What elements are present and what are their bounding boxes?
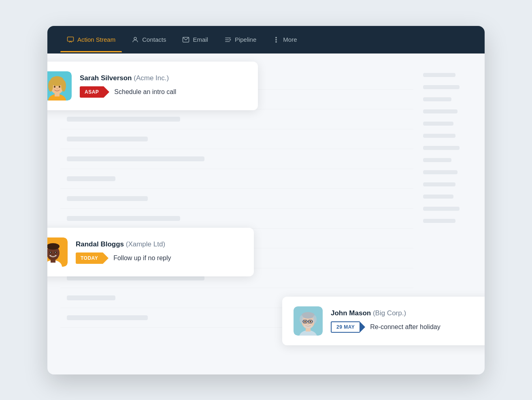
card-john[interactable]: John Mason (Big Corp.) 29 MAY Re-connect… xyxy=(282,297,485,345)
side-bar xyxy=(423,219,455,223)
svg-point-36 xyxy=(302,312,315,319)
skeleton-row xyxy=(60,209,413,229)
skeleton-side-col xyxy=(423,70,472,328)
skeleton-bar xyxy=(67,295,115,300)
skeleton-bar xyxy=(67,315,148,320)
svg-rect-0 xyxy=(68,37,74,41)
side-bar xyxy=(423,73,455,77)
nav-more[interactable]: More xyxy=(266,33,303,47)
svg-point-28 xyxy=(51,252,51,252)
skeleton-bar xyxy=(67,196,148,201)
skeleton-bar xyxy=(67,137,148,141)
nav-contacts[interactable]: Contacts xyxy=(125,33,172,47)
side-bar xyxy=(423,158,451,162)
skeleton-bar xyxy=(67,156,204,161)
nav-bar: Action Stream Contacts Email Pipeline xyxy=(47,26,485,53)
app-window: Action Stream Contacts Email Pipeline xyxy=(47,26,485,374)
randal-badge: TODAY xyxy=(76,252,109,264)
skeleton-bar xyxy=(67,216,180,221)
randal-badge-arrow xyxy=(103,252,109,264)
randal-task: Follow up if no reply xyxy=(113,255,171,262)
nav-action-stream[interactable]: Action Stream xyxy=(60,33,122,47)
svg-point-47 xyxy=(304,324,313,328)
sarah-badge: ASAP xyxy=(80,86,109,98)
svg-point-14 xyxy=(48,80,53,92)
svg-point-44 xyxy=(304,321,306,322)
side-bar xyxy=(423,207,460,211)
side-bar xyxy=(423,182,455,186)
randal-name: Randal Bloggs (Xample Ltd) xyxy=(76,240,243,248)
sarah-card-info: Sarah Silverson (Acme Inc.) ASAP Schedul… xyxy=(80,74,247,98)
sarah-badge-body: ASAP xyxy=(80,86,104,98)
svg-point-8 xyxy=(276,41,277,42)
skeleton-bar xyxy=(67,176,115,181)
svg-point-45 xyxy=(310,321,311,322)
skeleton-bar xyxy=(67,117,180,122)
svg-point-30 xyxy=(48,255,58,260)
svg-point-7 xyxy=(276,39,277,40)
svg-point-18 xyxy=(57,88,58,89)
svg-point-38 xyxy=(313,315,317,323)
skeleton-row xyxy=(60,109,413,129)
sarah-task: Schedule an intro call xyxy=(114,88,176,96)
svg-point-1 xyxy=(134,37,136,40)
svg-point-17 xyxy=(59,86,60,88)
john-card-info: John Mason (Big Corp.) 29 MAY Re-connect… xyxy=(331,309,481,333)
john-task: Re-connect after holiday xyxy=(370,323,440,331)
randal-action: TODAY Follow up if no reply xyxy=(76,252,243,264)
side-bar xyxy=(423,109,458,113)
john-badge-arrow xyxy=(360,321,365,333)
sarah-name: Sarah Silverson (Acme Inc.) xyxy=(80,74,247,82)
john-badge: 29 MAY xyxy=(331,321,365,333)
sarah-action: ASAP Schedule an intro call xyxy=(80,86,247,98)
skeleton-row xyxy=(60,169,413,189)
card-randal[interactable]: Randal Bloggs (Xample Ltd) TODAY Follow … xyxy=(47,228,254,276)
svg-point-6 xyxy=(276,37,277,38)
randal-avatar xyxy=(47,237,68,267)
svg-point-31 xyxy=(52,254,54,255)
card-sarah[interactable]: Sarah Silverson (Acme Inc.) ASAP Schedul… xyxy=(47,62,258,110)
svg-point-15 xyxy=(61,80,66,92)
side-bar xyxy=(423,122,453,126)
randal-card-info: Randal Bloggs (Xample Ltd) TODAY Follow … xyxy=(76,240,243,264)
side-bar xyxy=(423,134,455,138)
randal-badge-body: TODAY xyxy=(76,252,103,264)
sarah-badge-arrow xyxy=(104,86,109,98)
side-bar xyxy=(423,97,451,101)
svg-point-16 xyxy=(54,86,55,88)
skeleton-row xyxy=(60,149,413,169)
side-bar xyxy=(423,195,453,199)
skeleton-row xyxy=(60,129,413,149)
svg-point-46 xyxy=(307,323,309,324)
john-action: 29 MAY Re-connect after holiday xyxy=(331,321,481,333)
skeleton-row xyxy=(60,189,413,209)
sarah-avatar xyxy=(47,71,72,101)
john-name: John Mason (Big Corp.) xyxy=(331,309,481,317)
john-avatar xyxy=(294,306,323,336)
nav-email[interactable]: Email xyxy=(176,33,215,47)
side-bar xyxy=(423,85,460,89)
main-content: Sarah Silverson (Acme Inc.) ASAP Schedul… xyxy=(47,53,485,370)
side-bar xyxy=(423,146,460,150)
john-badge-body: 29 MAY xyxy=(331,321,360,333)
side-bar xyxy=(423,170,458,174)
svg-point-29 xyxy=(55,252,56,252)
nav-pipeline[interactable]: Pipeline xyxy=(218,33,263,47)
